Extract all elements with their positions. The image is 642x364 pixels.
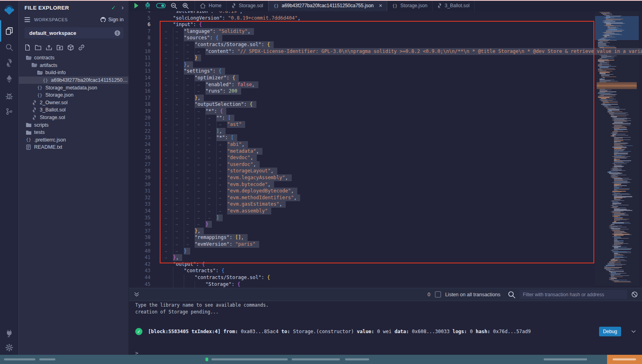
rail-icon-settings[interactable]	[0, 341, 18, 354]
code-line[interactable]: 29→→→→→→"evm.legacyAssembly",	[129, 174, 594, 181]
rail-icon-debugger[interactable]	[0, 89, 18, 103]
chevron-right-icon[interactable]: ›	[122, 4, 124, 11]
code-line[interactable]: 25→→→→→→"metadata",	[129, 148, 594, 155]
code-line[interactable]: 36→→→→}	[129, 221, 594, 228]
code-line[interactable]: 8→→"sources": {	[129, 34, 594, 41]
rail-icon-solidity-compiler[interactable]	[0, 56, 18, 70]
collapse-terminal-icon[interactable]	[134, 291, 140, 297]
new-file-icon[interactable]	[24, 44, 31, 51]
scam-alert-badge[interactable]	[607, 355, 642, 364]
code-line[interactable]: 35→→→→→]	[129, 214, 594, 221]
tree-item-artifacts[interactable]: artifacts	[19, 62, 128, 69]
code-line[interactable]: 12→→},	[129, 61, 594, 68]
debug-button[interactable]: Debug	[599, 327, 621, 336]
code-line[interactable]: 15→→→→"enabled": false,	[129, 81, 594, 88]
code-line[interactable]: 13→→"settings": {	[129, 68, 594, 75]
code-line[interactable]: 31→→→→→→"evm.deployedBytecode",	[129, 188, 594, 194]
tree-item-readme-txt[interactable]: README.txt	[19, 144, 128, 151]
tree-item--prettierrc-json[interactable]: {}.prettierrc.json	[19, 136, 128, 144]
rail-icon-search[interactable]	[0, 40, 18, 54]
tab-whitespace-arrow: →	[175, 101, 178, 108]
zoom-out-button[interactable]	[171, 2, 177, 9]
hamburger-icon[interactable]	[24, 16, 30, 23]
tree-item-3-ballot-sol[interactable]: 3_Ballot.sol	[19, 106, 128, 114]
code-line[interactable]: 6"input": {	[129, 21, 594, 28]
rail-icon-plugin-manager[interactable]	[0, 326, 18, 340]
tab-a69b43f277ba20fcac141151250ca755-json[interactable]: {}a69b43f277ba20fcac141151250ca755.json×	[268, 0, 388, 11]
terminal-prompt[interactable]: >	[129, 340, 642, 356]
code-line[interactable]: 39→→→"evmVersion": "paris"	[129, 241, 594, 248]
tree-item-scripts[interactable]: scripts	[19, 121, 128, 129]
code-line[interactable]: 19→→→→"*": {	[129, 108, 594, 115]
code-line[interactable]: 44"contracts/Storage.sol": {	[129, 274, 594, 281]
zoom-in-button[interactable]	[182, 2, 189, 9]
code-line[interactable]: 21→→→→→→"ast"	[129, 121, 594, 128]
upload-file-icon[interactable]	[45, 44, 53, 51]
code-line[interactable]: 7→→"language": "Solidity",	[129, 28, 594, 35]
code-line[interactable]: 38→→→"remappings": [],	[129, 234, 594, 241]
tree-item-2-owner-sol[interactable]: 2_Owner.sol	[19, 99, 128, 107]
search-icon[interactable]	[508, 291, 516, 299]
sign-in-button[interactable]: Sign in	[100, 16, 124, 23]
code-line[interactable]: 40→→}	[129, 248, 594, 255]
code-line[interactable]: 28→→→→→→"storageLayout",	[129, 168, 594, 174]
tree-item-tests[interactable]: tests	[19, 129, 128, 136]
tree-item-storage-sol[interactable]: Storage.sol	[19, 114, 128, 121]
tree-item-storage-json[interactable]: {}Storage.json	[19, 91, 128, 99]
assistant-button[interactable]	[144, 2, 151, 9]
code-line[interactable]: 42"output": {	[129, 261, 594, 268]
code-text: "evm.deployedBytecode",	[227, 188, 297, 194]
tree-item-build-info[interactable]: build-info	[19, 69, 128, 77]
code-line[interactable]: 34→→→→→→"evm.assembly"	[129, 208, 594, 214]
code-line[interactable]: 20→→→→→"": [	[129, 115, 594, 121]
code-line[interactable]: 16→→→→"runs": 200	[129, 88, 594, 95]
cube-icon[interactable]	[67, 44, 74, 51]
rail-icon-remix-logo[interactable]	[0, 3, 18, 17]
code-line[interactable]: 24→→→→→→"abi",	[129, 141, 594, 148]
code-line[interactable]: 10→→→→"content": "// SPDX-License-Identi…	[129, 48, 594, 55]
tab-storage-sol[interactable]: Storage.sol	[227, 0, 268, 11]
clear-console-icon[interactable]	[631, 291, 638, 298]
code-line[interactable]: 37→→→},	[129, 228, 594, 235]
listen-all-checkbox[interactable]	[435, 291, 441, 297]
rail-icon-file-explorer[interactable]	[0, 24, 18, 38]
code-line[interactable]: 33→→→→→→"evm.gasEstimates",	[129, 201, 594, 208]
rail-icon-git[interactable]	[0, 105, 18, 118]
code-editor[interactable]: 4"solcVersion": "0.8.19",5"solcLongVersi…	[129, 11, 642, 288]
link-icon[interactable]	[78, 44, 85, 51]
code-line[interactable]: 11→→→}	[129, 55, 594, 61]
tree-item-storage-metadata-json[interactable]: {}Storage_metadata.json	[19, 84, 128, 91]
tab-storage-json[interactable]: {}Storage.json	[387, 0, 433, 11]
code-line[interactable]: 27→→→→→→"userdoc",	[129, 161, 594, 168]
code-line[interactable]: 30→→→→→→"evm.bytecode",	[129, 181, 594, 188]
minimap-code-row	[614, 129, 628, 130]
new-folder-icon[interactable]	[35, 44, 42, 51]
workspace-select[interactable]: default_workspace	[24, 27, 124, 38]
code-line[interactable]: 9→→→"contracts/Storage.sol": {	[129, 41, 594, 48]
code-line[interactable]: 41→},	[129, 254, 594, 261]
code-line[interactable]: 14→→→"optimizer": {	[129, 75, 594, 81]
run-script-button[interactable]	[134, 2, 139, 9]
rail-icon-deploy-run[interactable]	[0, 72, 18, 86]
editor-toggle[interactable]	[156, 2, 166, 9]
code-line[interactable]: 18→→→"outputSelection": {	[129, 101, 594, 108]
code-line[interactable]: 23→→→→→"*": [	[129, 134, 594, 141]
transaction-filter-input[interactable]	[520, 290, 627, 299]
tree-item-contracts[interactable]: contracts	[19, 54, 128, 62]
transaction-log-row[interactable]: ✓ [block:5583405 txIndex:4] from: 0xa03.…	[129, 324, 642, 340]
expand-tx-icon[interactable]	[631, 329, 636, 334]
upload-folder-icon[interactable]	[56, 44, 63, 51]
tab-home[interactable]: Home	[195, 0, 227, 11]
code-line[interactable]: 17→→→},	[129, 95, 594, 101]
tab-whitespace-arrow: →	[186, 128, 189, 135]
tab-whitespace-arrow: →	[186, 108, 189, 115]
close-tab-icon[interactable]: ×	[379, 3, 382, 8]
code-line[interactable]: 32→→→→→→"evm.methodIdentifiers",	[129, 194, 594, 201]
code-line[interactable]: 26→→→→→→"devdoc",	[129, 154, 594, 161]
tab-3-ballot-sol[interactable]: 3_Ballot.sol	[433, 0, 475, 11]
code-line[interactable]: 43"contracts": {	[129, 267, 594, 274]
tree-item-a69b43f277ba20fcac141151250ca7-[interactable]: {}a69b43f277ba20fcac141151250ca7...	[19, 77, 128, 84]
code-line[interactable]: 45"Storage": {	[129, 281, 594, 288]
code-line[interactable]: 5"solcLongVersion": "0.8.19+commit.7dd6d…	[129, 15, 594, 22]
code-line[interactable]: 22→→→→→],	[129, 128, 594, 135]
